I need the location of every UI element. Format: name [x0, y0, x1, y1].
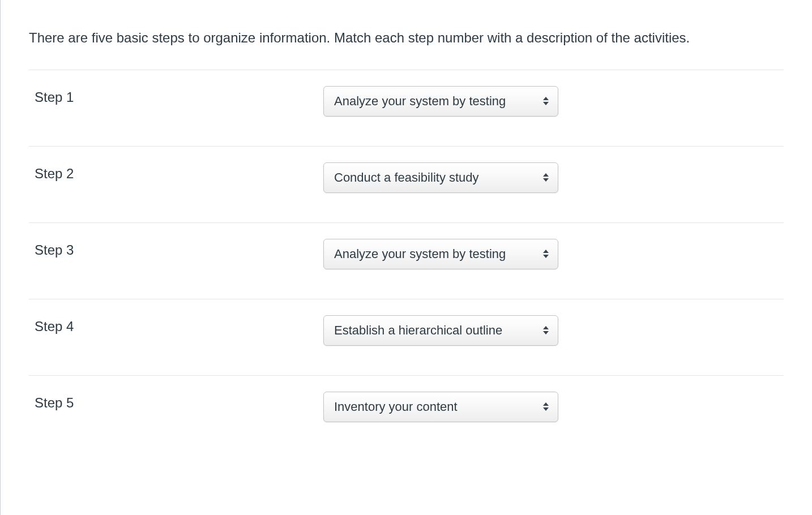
match-select-wrap: Inventory your content — [323, 392, 558, 422]
match-select-wrap: Conduct a feasibility study — [323, 162, 558, 193]
question-prompt: There are five basic steps to organize i… — [29, 28, 784, 48]
step-5-select[interactable]: Inventory your content — [323, 392, 558, 422]
match-select-wrap: Establish a hierarchical outline — [323, 315, 558, 346]
step-label: Step 2 — [29, 162, 323, 182]
question-container: There are five basic steps to organize i… — [1, 28, 812, 452]
match-row: Step 1 Analyze your system by testing — [29, 70, 784, 146]
select-value: Establish a hierarchical outline — [334, 323, 532, 338]
step-label: Step 1 — [29, 86, 323, 105]
step-label: Step 5 — [29, 392, 323, 411]
match-row: Step 4 Establish a hierarchical outline — [29, 299, 784, 375]
select-value: Analyze your system by testing — [334, 94, 532, 109]
select-value: Analyze your system by testing — [334, 247, 532, 261]
match-row: Step 2 Conduct a feasibility study — [29, 146, 784, 222]
step-3-select[interactable]: Analyze your system by testing — [323, 239, 558, 269]
sort-arrows-icon — [542, 248, 550, 260]
step-label: Step 4 — [29, 315, 323, 334]
sort-arrows-icon — [542, 95, 550, 108]
sort-arrows-icon — [542, 324, 550, 337]
select-value: Conduct a feasibility study — [334, 170, 532, 185]
step-label: Step 3 — [29, 239, 323, 258]
select-value: Inventory your content — [334, 400, 532, 414]
step-4-select[interactable]: Establish a hierarchical outline — [323, 315, 558, 346]
step-1-select[interactable]: Analyze your system by testing — [323, 86, 558, 117]
step-2-select[interactable]: Conduct a feasibility study — [323, 162, 558, 193]
sort-arrows-icon — [542, 401, 550, 413]
match-select-wrap: Analyze your system by testing — [323, 86, 558, 117]
sort-arrows-icon — [542, 171, 550, 184]
match-row: Step 3 Analyze your system by testing — [29, 222, 784, 299]
match-row: Step 5 Inventory your content — [29, 375, 784, 452]
match-select-wrap: Analyze your system by testing — [323, 239, 558, 269]
